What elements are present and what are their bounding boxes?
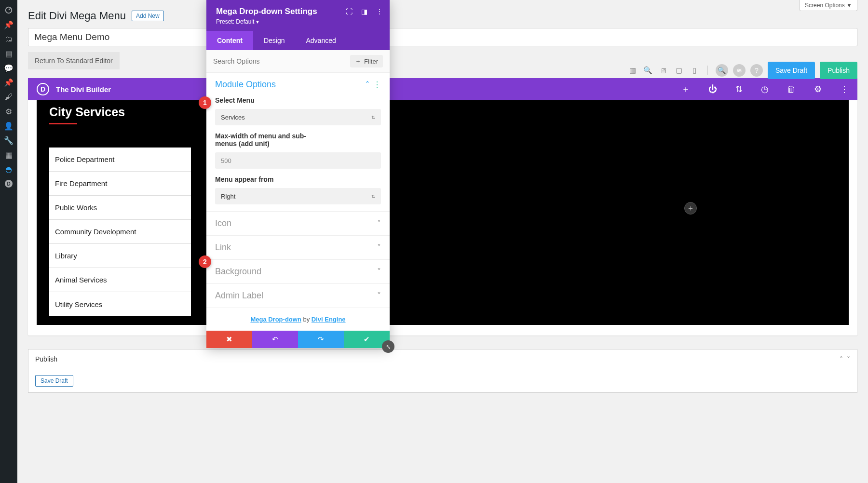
divi-d-icon[interactable]: D xyxy=(0,176,17,191)
help-icon[interactable]: ? xyxy=(750,64,763,77)
add-module-button[interactable]: ＋ xyxy=(684,202,697,215)
tab-advanced[interactable]: Advanced xyxy=(295,31,346,50)
media-icon[interactable]: 🗂 xyxy=(0,32,17,46)
search-row: ＋Filter xyxy=(206,50,390,73)
menu-item[interactable]: Animal Services xyxy=(49,268,191,292)
page-title: Edit Divi Mega Menu xyxy=(28,10,126,22)
plugins-icon[interactable]: ⚙ xyxy=(0,104,17,119)
power-icon[interactable]: ⏻ xyxy=(708,84,717,94)
save-draft-button[interactable]: Save Draft xyxy=(768,62,815,79)
save-draft-mini-button[interactable]: Save Draft xyxy=(35,375,73,387)
sort-icon[interactable]: ⇅ xyxy=(735,84,743,94)
wireframe-icon[interactable]: ▥ xyxy=(627,65,638,76)
menu-item[interactable]: Police Department xyxy=(49,148,191,172)
appearance-icon[interactable]: 🖌 xyxy=(0,90,17,104)
menu-appear-dropdown[interactable]: Right ⇅ xyxy=(215,188,381,204)
users-icon[interactable]: 👤 xyxy=(0,119,17,133)
desktop-icon[interactable]: 🖥 xyxy=(658,65,669,76)
tab-content[interactable]: Content xyxy=(206,31,253,50)
snap-icon[interactable]: ◨ xyxy=(361,8,367,15)
history-icon[interactable]: ◷ xyxy=(761,84,769,94)
redo-button[interactable]: ↷ xyxy=(298,331,344,348)
collapse-down-icon[interactable]: ˅ xyxy=(847,355,850,363)
main-area: Screen Options ▼ Edit Divi Mega Menu Add… xyxy=(17,0,868,483)
comments-icon[interactable]: 💬 xyxy=(0,61,17,75)
title-underline xyxy=(49,123,77,124)
undo-button[interactable]: ↶ xyxy=(252,331,298,348)
expand-icon[interactable]: ⛶ xyxy=(346,8,353,15)
gear-icon[interactable]: ⚙ xyxy=(814,84,822,94)
publish-button[interactable]: Publish xyxy=(820,62,857,79)
annotation-2: 2 xyxy=(199,255,211,268)
menu-item[interactable]: Library xyxy=(49,244,191,268)
max-width-input[interactable]: 500 xyxy=(215,152,381,169)
canvas-column-3: ＋ xyxy=(532,100,849,316)
tablet-icon[interactable]: ▢ xyxy=(674,65,684,76)
modal-tabs: Content Design Advanced xyxy=(206,31,390,50)
section-link[interactable]: Link ˅ xyxy=(206,236,390,259)
more-icon[interactable]: ⋮ xyxy=(376,8,383,15)
more-icon[interactable]: ⋮ xyxy=(373,80,381,89)
publish-box-title: Publish xyxy=(35,355,57,363)
tab-design[interactable]: Design xyxy=(253,31,296,50)
divi-logo-icon: D xyxy=(37,83,49,95)
pin-icon[interactable]: 📌 xyxy=(0,17,17,32)
tools-icon[interactable]: 🔧 xyxy=(0,133,17,148)
search-icon[interactable]: 🔍 xyxy=(716,64,728,77)
dashboard-icon[interactable] xyxy=(0,3,17,17)
select-arrows-icon: ⇅ xyxy=(371,194,375,199)
menu-item[interactable]: Fire Department xyxy=(49,172,191,196)
projects-icon[interactable]: 📌 xyxy=(0,75,17,90)
builder-wrap: D The Divi Builder ＋ ⏻ ⇅ ◷ 🗑 ⚙ ⋮ City Se… xyxy=(28,78,857,335)
screen-options-toggle[interactable]: Screen Options ▼ xyxy=(800,0,857,11)
section-icon[interactable]: Icon ˅ xyxy=(206,212,390,235)
select-menu-label: Select Menu xyxy=(215,96,381,104)
add-icon[interactable]: ＋ xyxy=(681,83,690,95)
post-title-input[interactable] xyxy=(28,28,857,46)
section-module-options[interactable]: Module Options ˄⋮ xyxy=(206,73,390,96)
credit-link-author[interactable]: Divi Engine xyxy=(312,316,346,323)
menu-item[interactable]: Community Development xyxy=(49,220,191,244)
chevron-up-icon: ˄ xyxy=(366,80,369,89)
layers-icon[interactable]: ≋ xyxy=(733,64,746,77)
menu-item[interactable]: Utility Services xyxy=(49,292,191,316)
filter-button[interactable]: ＋Filter xyxy=(350,55,383,67)
publish-metabox: Publish ˄ ˅ Save Draft xyxy=(28,349,857,393)
search-options-input[interactable] xyxy=(213,57,350,65)
modal-footer: ✖ ↶ ↷ ✔ xyxy=(206,331,390,348)
canvas: City Services Police Department Fire Dep… xyxy=(37,100,849,325)
canvas-column-1: City Services Police Department Fire Dep… xyxy=(37,100,201,316)
more-icon[interactable]: ⋮ xyxy=(840,84,849,94)
chevron-down-icon: ˅ xyxy=(377,291,381,300)
collapse-up-icon[interactable]: ˄ xyxy=(840,355,843,363)
resize-handle[interactable]: ⤡ xyxy=(382,340,394,353)
builder-toolbar: ▥ 🔍 🖥 ▢ ▯ 🔍 ≋ ? Save Draft Publish xyxy=(627,62,857,79)
menu-item[interactable]: Public Works xyxy=(49,196,191,220)
close-button[interactable]: ✖ xyxy=(206,331,252,348)
add-new-button[interactable]: Add New xyxy=(132,11,164,21)
builder-header: D The Divi Builder ＋ ⏻ ⇅ ◷ 🗑 ⚙ ⋮ xyxy=(28,78,857,100)
settings-icon[interactable]: ▦ xyxy=(0,148,17,162)
chevron-down-icon: ▾ xyxy=(256,18,259,25)
max-width-label: Max-width of menu and sub-menus (add uni… xyxy=(215,132,312,148)
select-menu-dropdown[interactable]: Services ⇅ xyxy=(215,109,381,125)
plus-icon: ＋ xyxy=(355,57,361,66)
wp-admin-sidebar: 📌 🗂 ▤ 💬 📌 🖌 ⚙ 👤 🔧 ▦ ◓ D xyxy=(0,0,17,483)
section-background[interactable]: Background ˅ xyxy=(206,260,390,283)
modal-header: Mega Drop-down Settings Preset: Default▾… xyxy=(206,0,390,31)
credit-link-module[interactable]: Mega Drop-down xyxy=(250,316,301,323)
chevron-down-icon: ˅ xyxy=(377,243,381,252)
module-credit: Mega Drop-down by Divi Engine xyxy=(206,308,390,331)
module-settings-modal: Mega Drop-down Settings Preset: Default▾… xyxy=(206,0,390,348)
section-admin-label[interactable]: Admin Label ˅ xyxy=(206,284,390,308)
return-to-standard-editor-button[interactable]: Return To Standard Editor xyxy=(28,52,120,69)
preset-selector[interactable]: Preset: Default▾ xyxy=(216,18,380,25)
zoom-icon[interactable]: 🔍 xyxy=(643,65,653,76)
divi-icon[interactable]: ◓ xyxy=(0,162,17,176)
pages-icon[interactable]: ▤ xyxy=(0,46,17,61)
annotation-1: 1 xyxy=(199,96,211,109)
trash-icon[interactable]: 🗑 xyxy=(787,84,796,94)
phone-icon[interactable]: ▯ xyxy=(689,65,700,76)
chevron-down-icon: ˅ xyxy=(377,267,381,276)
chevron-down-icon: ˅ xyxy=(377,219,381,228)
